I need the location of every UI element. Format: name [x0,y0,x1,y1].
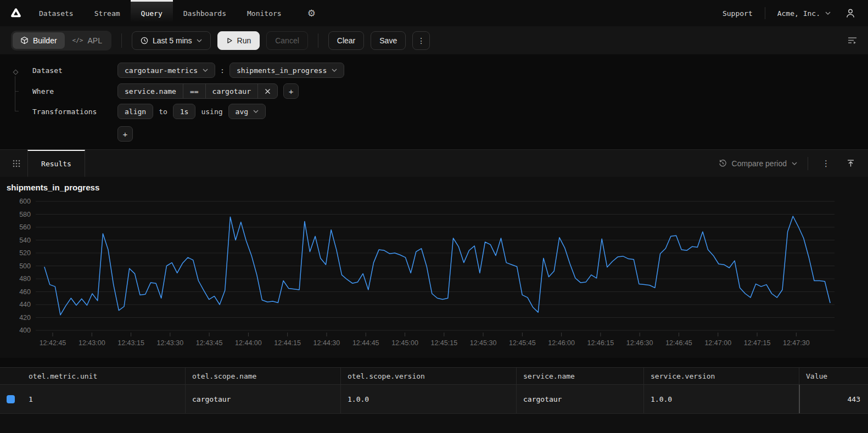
axiom-logo-icon[interactable] [3,7,29,19]
svg-text:480: 480 [19,275,31,283]
svg-text:12:42:45: 12:42:45 [40,339,66,347]
svg-text:560: 560 [19,223,31,231]
column-header-otel-scope-name: otel.scope.name [185,368,340,384]
run-button[interactable]: Run [217,31,260,50]
table-cell: 1.0.0 [340,385,516,413]
toolbar-divider [121,33,122,48]
nav-right: Support Acme, Inc. [723,7,856,19]
transformations-label: Transformations [32,108,117,116]
builder-mode-button[interactable]: Builder [13,32,65,49]
transform-interval-chip[interactable]: 1s [173,104,196,119]
results-more-options-button[interactable]: ⋮ [819,159,833,168]
add-transformation-button[interactable]: + [117,126,133,142]
results-bar-actions: Compare period ⋮ [719,157,855,170]
remove-filter-button[interactable] [258,84,277,98]
svg-text:12:43:00: 12:43:00 [79,339,105,347]
svg-text:12:44:15: 12:44:15 [274,339,301,347]
nav-item-dashboards[interactable]: Dashboards [173,0,237,26]
chevron-down-icon [332,69,337,72]
builder-mode-label: Builder [33,36,57,45]
clock-icon [141,37,148,44]
diamond-node-icon [13,68,19,77]
settings-gear-icon[interactable]: ⚙ [307,8,316,19]
svg-text:12:44:00: 12:44:00 [235,339,262,347]
metric-select[interactable]: shipments_in_progress [229,63,344,78]
kebab-icon: ⋮ [417,36,425,45]
table-cell: cargotaur [516,385,643,413]
app-window: DatasetsStreamQueryDashboardsMonitors ⚙ … [0,0,868,433]
plus-icon: + [123,130,128,139]
where-operator[interactable]: == [183,84,206,98]
svg-text:12:46:00: 12:46:00 [548,339,575,347]
mode-segmented-control: Builder </> APL [11,31,111,50]
apl-mode-button[interactable]: </> APL [65,32,110,49]
table-cell: 1.0.0 [643,385,799,413]
time-range-dropdown[interactable]: Last 5 mins [132,31,211,50]
column-header-service-name: service.name [516,368,643,384]
lines-arrow-icon [848,36,857,44]
where-field[interactable]: service.name [118,84,183,98]
nav-item-datasets[interactable]: Datasets [29,0,84,26]
where-label: Where [32,87,117,95]
tab-results[interactable]: Results [27,150,85,177]
chevron-down-icon [253,110,259,113]
transform-aggregation-select[interactable]: avg [228,104,266,119]
svg-text:580: 580 [19,211,31,218]
chart-title: shipments_in_progress [7,183,99,192]
table-row[interactable]: 1cargotaur1.0.0cargotaur1.0.0443 [0,385,868,414]
results-line-chart[interactable]: 60058056054052050048046044042040012:42:4… [0,177,868,358]
add-filter-button[interactable]: + [283,83,299,99]
table-swatch-column-header [0,368,22,384]
time-range-value: Last 5 mins [153,36,192,45]
support-link[interactable]: Support [723,9,753,18]
svg-text:12:43:30: 12:43:30 [157,339,184,347]
transform-function-chip[interactable]: align [117,104,153,119]
results-table: otel.metric.unitotel.scope.nameotel.scop… [0,367,868,433]
table-header-row: otel.metric.unitotel.scope.nameotel.scop… [0,367,868,385]
svg-text:12:47:00: 12:47:00 [704,339,731,347]
svg-text:600: 600 [19,198,31,205]
org-name: Acme, Inc. [777,9,820,18]
chevron-down-icon [203,69,208,72]
dataset-metric-separator: : [220,66,225,75]
clear-button[interactable]: Clear [328,31,364,50]
dataset-select[interactable]: cargotaur-metrics [117,63,215,78]
user-account-icon[interactable] [845,8,856,19]
save-button[interactable]: Save [371,31,406,50]
cancel-button[interactable]: Cancel [266,31,308,50]
where-filter-group: service.name == cargotaur [117,83,278,99]
results-header-bar: Results Compare period ⋮ [0,149,868,177]
chevron-down-icon [792,162,797,165]
svg-text:500: 500 [19,262,31,270]
svg-text:12:46:15: 12:46:15 [587,339,614,347]
grid-handle-icon[interactable] [12,159,21,168]
table-cell: 443 [799,385,868,413]
org-switcher[interactable]: Acme, Inc. [777,9,831,18]
where-value[interactable]: cargotaur [206,84,258,98]
toolbar-divider [318,33,318,48]
nav-item-query[interactable]: Query [131,0,173,26]
svg-text:12:47:30: 12:47:30 [783,339,810,347]
nav-items: DatasetsStreamQueryDashboardsMonitors [29,0,292,26]
play-icon [226,37,233,44]
apl-mode-label: APL [87,36,102,45]
collapse-up-icon [847,159,855,167]
dataset-label: Dataset [32,66,117,75]
keyword-using: using [201,108,222,116]
results-bar-divider [808,157,808,170]
collapse-panel-button[interactable] [847,159,855,167]
transformations-row: Transformations align to 1s using avg [0,104,868,119]
query-list-toggle[interactable] [848,36,857,44]
svg-text:12:43:15: 12:43:15 [117,339,144,347]
keyword-to: to [159,108,167,116]
svg-text:520: 520 [19,249,31,257]
where-row: Where service.name == cargotaur + [0,83,868,99]
column-header-otel-metric-unit: otel.metric.unit [22,368,185,384]
nav-item-stream[interactable]: Stream [84,0,131,26]
compare-period-dropdown[interactable]: Compare period [719,159,797,168]
query-toolbar: Builder </> APL Last 5 mins Run Cancel C… [0,26,868,54]
svg-text:12:47:15: 12:47:15 [744,339,771,347]
builder-tree-connector [0,54,33,149]
more-options-button[interactable]: ⋮ [412,31,430,50]
nav-item-monitors[interactable]: Monitors [237,0,292,26]
